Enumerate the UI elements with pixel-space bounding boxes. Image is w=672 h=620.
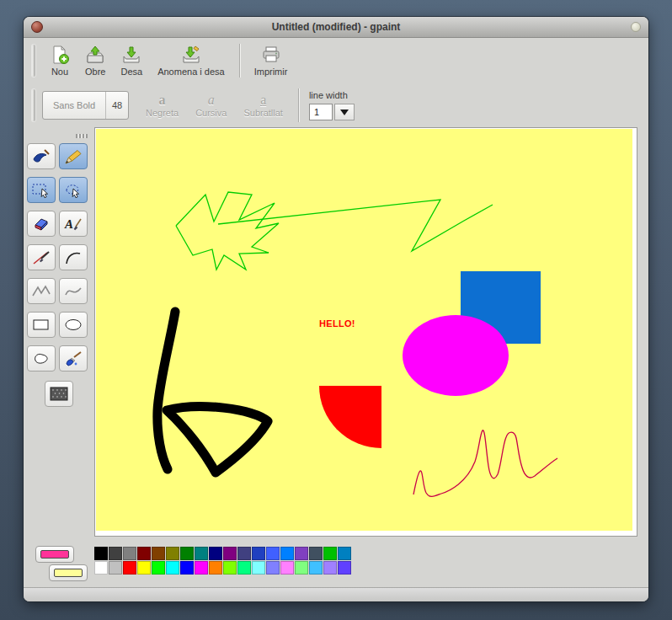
tool-pencil-button[interactable] [59,143,88,169]
tool-eraser-button[interactable] [27,211,56,237]
black-figure-bowl [167,407,268,473]
color-swatch[interactable] [295,561,308,575]
line-width-input[interactable]: 1 [309,104,333,120]
line-width-dropdown-button[interactable] [334,104,355,120]
brush-icon [30,148,52,165]
color-swatch[interactable] [137,561,151,575]
color-swatch[interactable] [195,547,208,560]
curve-icon [62,283,84,300]
color-swatch[interactable] [166,561,179,575]
format-toolbar-separator [298,88,299,122]
color-swatch[interactable] [195,561,208,575]
color-swatch[interactable] [280,561,294,575]
color-swatch[interactable] [237,561,251,575]
save-button-label: Desa [120,67,142,77]
color-swatch[interactable] [123,547,136,560]
pencil-icon [62,148,84,165]
print-button[interactable]: Imprimir [247,42,296,79]
tool-lasso-select-button[interactable] [59,177,88,203]
color-swatch[interactable] [180,547,194,560]
foreground-color-button[interactable] [35,546,74,563]
color-swatch[interactable] [223,547,237,560]
titlebar[interactable]: Untitled (modified) - gpaint [24,17,648,38]
palette-row-2 [94,561,351,575]
desktop: Untitled (modified) - gpaint Nou [0,0,672,620]
red-wedge [319,386,381,448]
color-swatch[interactable] [123,561,136,575]
new-button[interactable]: Nou [42,42,77,79]
background-color-button[interactable] [49,564,88,581]
italic-button[interactable]: a Cursiva [187,91,235,120]
toolbox-grip[interactable] [76,134,88,138]
black-figure-stem [157,312,175,469]
color-swatch[interactable] [237,547,251,560]
color-swatch[interactable] [209,547,222,560]
color-swatch[interactable] [323,561,337,575]
bold-button[interactable]: a Negreta [137,91,187,120]
color-swatch[interactable] [223,561,237,575]
lasso-select-icon [62,182,84,199]
tool-text-button[interactable]: A [59,211,88,237]
rect-select-icon [30,182,52,199]
eraser-icon [30,216,52,232]
tool-arc-button[interactable] [59,244,88,270]
tool-line-button[interactable] [27,244,56,270]
color-swatch[interactable] [252,561,265,575]
titlebar-right-button[interactable] [631,22,641,32]
color-swatch[interactable] [252,547,265,560]
format-toolbar-grip[interactable] [32,89,35,121]
pattern-selector-button[interactable] [45,381,73,407]
tool-polyline-button[interactable] [27,278,56,304]
color-swatch[interactable] [323,547,337,560]
color-swatch[interactable] [295,547,308,560]
color-indicator [35,546,94,585]
tool-rect-select-button[interactable] [27,177,56,203]
print-icon [261,45,281,65]
color-swatch[interactable] [180,561,194,575]
color-swatch[interactable] [266,547,280,560]
toolbar-grip[interactable] [32,45,35,77]
save-as-icon [181,45,201,65]
color-swatch[interactable] [152,561,165,575]
line-width-group: line width 1 [309,90,355,120]
color-swatch[interactable] [109,547,122,560]
bold-icon: a [159,93,166,108]
tool-oval-button[interactable] [59,312,88,338]
font-size: 48 [106,92,128,119]
save-as-button[interactable]: Anomena i desa [150,42,232,79]
tool-paint-button[interactable] [59,345,88,371]
save-button[interactable]: Desa [113,42,150,79]
canvas-frame: HELLO! [94,127,637,537]
window-title: Untitled (modified) - gpaint [24,17,648,37]
color-swatch[interactable] [152,547,165,560]
bold-label: Negreta [146,108,179,118]
color-swatch[interactable] [280,547,294,560]
tool-curve-button[interactable] [59,278,88,304]
color-swatch[interactable] [338,561,351,575]
green-scribble [176,192,279,270]
main-toolbar: Nou Obre Desa [24,38,648,83]
color-swatch[interactable] [338,547,351,560]
tool-rectangle-button[interactable] [27,312,56,338]
color-swatch[interactable] [94,547,108,560]
color-swatch[interactable] [166,547,179,560]
open-button[interactable]: Obre [77,42,113,79]
text-tool-icon: A [62,216,84,232]
tool-brush-button[interactable] [27,143,56,169]
tool-closed-shape-button[interactable] [27,345,56,371]
color-swatch[interactable] [137,547,151,560]
status-bar [24,587,648,601]
color-swatch[interactable] [94,561,108,575]
underline-button[interactable]: a Subratllat [235,91,291,120]
font-selector-button[interactable]: Sans Bold 48 [42,91,129,120]
print-button-label: Imprimir [254,67,288,77]
pattern-icon [50,387,68,401]
save-as-button-label: Anomena i desa [157,67,225,77]
color-swatch[interactable] [109,561,122,575]
background-color-chip [54,569,83,577]
color-swatch[interactable] [209,561,222,575]
color-swatch[interactable] [309,561,323,575]
color-swatch[interactable] [309,547,323,560]
color-swatch[interactable] [266,561,280,575]
drawing-canvas[interactable]: HELLO! [96,129,632,531]
